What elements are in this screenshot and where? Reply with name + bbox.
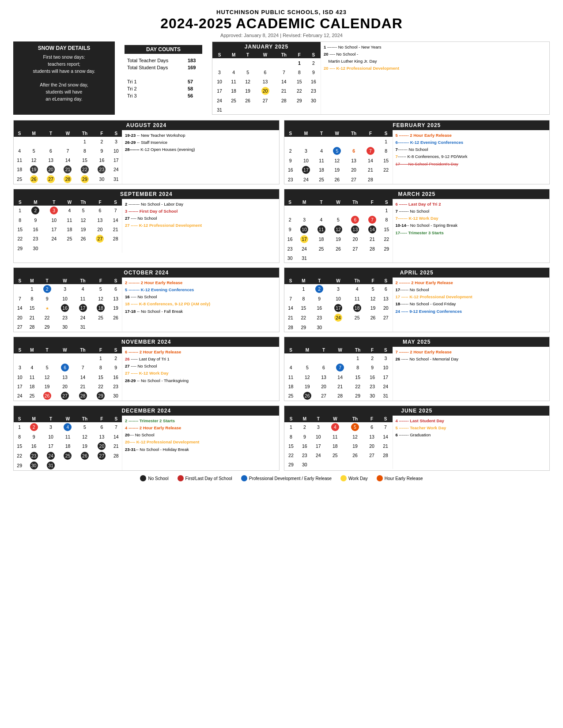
row-nov-may: NOVEMBER 2024 SMT WThFS 12 — [13, 337, 550, 401]
school-name: HUTCHINSON PUBLIC SCHOOLS, ISD 423 — [13, 9, 550, 15]
december-header: DECEMBER 2024 — [14, 406, 279, 416]
tri1-days: 57 — [186, 79, 201, 85]
may-calendar: SMT WThFS 123 456 7 8910 — [284, 347, 393, 401]
legend: No School First/Last Day of School Profe… — [13, 475, 550, 481]
june-header: JUNE 2025 — [284, 406, 550, 416]
february-notes: 5 ------- 2 Hour Early Release 6--------… — [393, 130, 550, 184]
legend-work-day: Work Day — [340, 475, 368, 481]
june-block: JUNE 2025 SMT WThFS 123 4 5 — [284, 405, 550, 471]
may-block: MAY 2025 SMT WThFS 123 — [284, 337, 550, 401]
legend-1hour-release: Hour Early Release — [377, 475, 423, 481]
january-box: JANUARY 2025 SMT WThFS 1 2 — [212, 41, 550, 115]
december-block: DECEMBER 2024 SMT WThFS 1 2 3 — [13, 405, 280, 471]
september-block: SEPTEMBER 2024 SMT WThFS 1 2 3 — [13, 189, 280, 263]
may-notes: 7 ------- 2 Hour Early Release 26 ----- … — [393, 347, 550, 401]
march-header: MARCH 2025 — [284, 189, 550, 199]
january-header: JANUARY 2025 — [212, 42, 321, 52]
august-block: AUGUST 2024 SMT WThFS 123 — [13, 120, 280, 184]
october-calendar: SMT WThFS 1 2 3456 789 10111213 — [14, 278, 122, 331]
february-header: FEBRUARY 2025 — [284, 120, 550, 130]
total-teacher-days: 183 — [186, 57, 201, 64]
tri3-days: 56 — [186, 93, 201, 99]
snow-title: SNOW DAY DETAILS — [19, 45, 110, 51]
april-header: APRIL 2025 — [284, 268, 550, 278]
day-counts-table: Total Teacher Days 183 Total Student Day… — [125, 56, 202, 100]
august-notes: 19-23 -- New Teacher Workshop 26-29 -- S… — [122, 130, 279, 184]
march-calendar: SMT WThFS 1 234 5 6 7 — [284, 199, 393, 263]
february-calendar: SMT WThFS 1 234 5 6 7 — [284, 130, 393, 184]
may-header: MAY 2025 — [284, 337, 550, 347]
row-dec-jun: DECEMBER 2024 SMT WThFS 1 2 3 — [13, 405, 550, 471]
page-header: HUTCHINSON PUBLIC SCHOOLS, ISD 423 2024-… — [13, 9, 550, 38]
november-calendar: SMT WThFS 12 345 6 789 — [14, 347, 122, 401]
october-notes: 2 -------- 2 Hour Early Release 5 ------… — [122, 278, 279, 331]
approval-dates: Approved: January 8, 2024 | Revised: Feb… — [13, 33, 550, 38]
row-aug-feb: AUGUST 2024 SMT WThFS 123 — [13, 120, 550, 184]
january-calendar: JANUARY 2025 SMT WThFS 1 2 — [212, 42, 321, 114]
top-section: SNOW DAY DETAILS First two snow days: te… — [13, 41, 550, 115]
august-calendar: SMT WThFS 123 456 78910 — [14, 130, 122, 184]
legend-first-last-day: First/Last Day of School — [178, 475, 232, 481]
row-oct-apr: OCTOBER 2024 SMT WThFS 1 2 3456 — [13, 267, 550, 332]
september-notes: 2 -------- No School - Labor Day 3 -----… — [122, 199, 279, 253]
june-calendar: SMT WThFS 123 4 5 67 8910 11 — [284, 416, 393, 469]
march-notes: 6 ------ Last Day of Tri 2 7 ------- No … — [393, 199, 550, 263]
snow-details-box: SNOW DAY DETAILS First two snow days: te… — [13, 41, 115, 115]
snow-text: First two snow days: teachers report; st… — [19, 54, 110, 102]
february-block: FEBRUARY 2025 SMT WThFS 1 — [284, 120, 550, 184]
december-calendar: SMT WThFS 1 2 3 4 567 8910 — [14, 416, 122, 470]
day-counts-box: DAY COUNTS Total Teacher Days 183 Total … — [119, 41, 208, 115]
april-block: APRIL 2025 SMT WThFS 1 2 3456 — [284, 267, 550, 332]
day-counts-title: DAY COUNTS — [125, 45, 202, 54]
november-notes: 6 ------- 2 Hour Early Release 26 ----- … — [122, 347, 279, 401]
row-sep-mar: SEPTEMBER 2024 SMT WThFS 1 2 3 — [13, 189, 550, 263]
october-header: OCTOBER 2024 — [14, 268, 279, 278]
march-block: MARCH 2025 SMT WThFS 1 — [284, 189, 550, 263]
december-notes: 2 ------- Trimester 2 Starts 4 ------- 2… — [122, 416, 279, 470]
september-header: SEPTEMBER 2024 — [14, 189, 279, 199]
august-header: AUGUST 2024 — [14, 120, 279, 130]
november-block: NOVEMBER 2024 SMT WThFS 12 — [13, 337, 280, 401]
april-calendar: SMT WThFS 1 2 3456 789 10111213 — [284, 278, 393, 332]
legend-pd-day: Professional Development / Early Release — [241, 475, 332, 481]
calendar-title: 2024-2025 ACADEMIC CALENDAR — [13, 15, 550, 32]
september-calendar: SMT WThFS 1 2 3 4567 8910 11 — [14, 199, 122, 253]
june-notes: 4 ------- Last Student Day 5 ------- Tea… — [393, 416, 550, 469]
tri2-days: 58 — [186, 86, 201, 92]
total-student-days: 169 — [186, 64, 201, 71]
october-block: OCTOBER 2024 SMT WThFS 1 2 3456 — [13, 267, 280, 332]
april-notes: 2 -------- 2 Hour Early Release 17------… — [393, 278, 550, 332]
november-header: NOVEMBER 2024 — [14, 337, 279, 347]
legend-no-school: No School — [140, 475, 168, 481]
january-notes: 1 ------- No School - New Years 20 ---- … — [321, 42, 549, 114]
